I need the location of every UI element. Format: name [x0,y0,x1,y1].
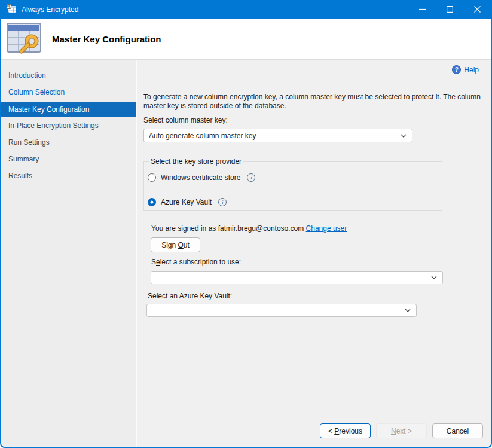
key-store-provider-group: Select the key store provider Windows ce… [143,157,442,211]
radio-label: Windows certificate store [161,173,240,182]
help-icon: ? [452,65,461,74]
help-link[interactable]: ? Help [452,65,479,74]
radio-windows-certificate-store[interactable]: Windows certificate store i [148,172,442,184]
next-button: Next > [376,423,427,438]
info-icon[interactable]: i [218,198,227,206]
sidebar-item-master-key-configuration[interactable]: Master Key Configuration [1,102,136,117]
wizard-steps-sidebar: Introduction Column Selection Master Key… [1,60,137,447]
subscription-dropdown[interactable] [151,271,443,284]
main-panel: ? Help To generate a new column encrypti… [137,60,491,447]
page-title: Master Key Configuration [52,34,161,44]
signed-in-status: You are signed in as fatmir.bregu@contos… [151,224,347,233]
radio-label: Azure Key Vault [161,198,212,206]
minimize-button[interactable] [408,0,436,19]
sidebar-item-introduction[interactable]: Introduction [1,67,136,84]
sidebar-item-in-place-encryption-settings: In-Place Encryption Settings [1,117,136,134]
previous-button[interactable]: < Previous [320,423,371,438]
intro-text: To generate a new column encryption key,… [143,93,483,111]
help-label: Help [464,66,479,74]
chevron-down-icon [431,276,437,279]
wizard-header: Master Key Configuration [1,19,491,60]
signed-in-email: fatmir.bregu@contoso.com [218,224,304,233]
always-encrypted-window: Always Encrypted [0,0,492,448]
info-icon[interactable]: i [247,173,255,182]
radio-icon [148,198,156,206]
window-controls [408,0,491,19]
maximize-button[interactable] [436,0,463,19]
titlebar[interactable]: Always Encrypted [1,0,491,19]
subscription-label: Select a subscription to use: [151,258,241,266]
sidebar-item-column-selection[interactable]: Column Selection [1,84,136,100]
radio-icon [148,173,156,182]
sidebar-item-summary: Summary [1,151,136,167]
close-button[interactable] [463,0,491,19]
radio-azure-key-vault[interactable]: Azure Key Vault i [148,196,442,208]
key-vault-label: Select an Azure Key Vault: [148,292,232,300]
key-store-provider-legend: Select the key store provider [149,157,243,166]
column-master-key-label: Select column master key: [143,116,228,124]
sidebar-item-run-settings: Run Settings [1,134,136,151]
column-master-key-value: Auto generate column master key [149,132,256,140]
change-user-link[interactable]: Change user [306,224,347,233]
key-vault-dropdown[interactable] [146,304,417,317]
signed-in-prefix: You are signed in as [151,224,216,233]
footer-bar: < Previous Next > Cancel [137,415,491,447]
cancel-button[interactable]: Cancel [432,423,483,438]
window-title: Always Encrypted [22,5,78,14]
chevron-down-icon [401,134,407,138]
app-icon [7,4,17,14]
column-master-key-dropdown[interactable]: Auto generate column master key [143,129,412,142]
content-area: Introduction Column Selection Master Key… [1,60,491,447]
sidebar-item-results: Results [1,167,136,184]
table-key-icon [6,22,44,56]
chevron-down-icon [405,309,411,312]
sign-out-button[interactable]: Sign Out [151,237,200,252]
